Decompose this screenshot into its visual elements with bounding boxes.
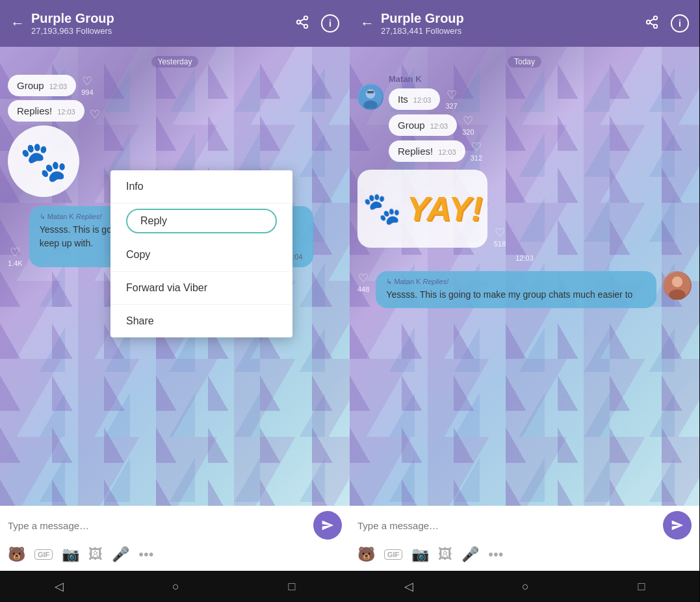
- right-bubble-its[interactable]: Its 12:03: [389, 88, 440, 110]
- left-send-button[interactable]: [313, 511, 342, 540]
- right-sender-messages: Matan K Its 12:03 ♡ 327: [389, 74, 458, 110]
- left-heart-icon-reply: ♡: [10, 245, 20, 259]
- left-camera-icon[interactable]: 📷: [62, 546, 79, 563]
- left-nav-recent[interactable]: □: [288, 580, 295, 594]
- svg-point-16: [669, 289, 685, 300]
- left-bubble-replies[interactable]: Replies! 12:03: [8, 100, 84, 122]
- left-heart-2[interactable]: ♡: [90, 107, 100, 122]
- right-input-area: 🐻 GIF 📷 🖼 🎤 •••: [350, 506, 699, 571]
- left-heart-icon-2: ♡: [90, 107, 100, 122]
- right-toolbar: 🐻 GIF 📷 🖼 🎤 •••: [357, 543, 692, 566]
- svg-line-9: [650, 18, 654, 21]
- right-back-button[interactable]: ←: [360, 15, 374, 32]
- left-heart-count-reply: 1.4K: [8, 259, 23, 267]
- context-menu-forward[interactable]: Forward via Viber: [110, 272, 292, 305]
- right-sender-row: Matan K Its 12:03 ♡ 327: [357, 74, 692, 110]
- left-sticker: 🐾: [8, 125, 79, 197]
- right-date-label: Today: [508, 56, 541, 68]
- right-group-title: Purple Group: [381, 11, 638, 26]
- left-sticker-icon[interactable]: 🐻: [8, 546, 25, 563]
- right-yay-text: YAY!: [407, 189, 483, 228]
- right-msg-row-its: Its 12:03 ♡ 327: [389, 88, 458, 110]
- right-nav-home[interactable]: ○: [522, 580, 529, 594]
- right-more-icon[interactable]: •••: [488, 546, 503, 563]
- left-gallery-icon[interactable]: 🖼: [88, 546, 103, 563]
- right-reply-text: Yessss. This is going to make my group c…: [386, 288, 646, 302]
- right-heart-icon-reply: ♡: [358, 271, 369, 285]
- context-menu-reply[interactable]: Reply: [126, 209, 277, 233]
- left-share-icon[interactable]: [295, 15, 309, 33]
- right-heart-sticker[interactable]: ♡ 518: [494, 226, 506, 248]
- right-reply-msg[interactable]: ↳ Matan K Replies! Yessss. This is going…: [376, 271, 656, 308]
- left-msg-row-1: Group 12:03 ♡ 994: [8, 74, 342, 96]
- right-panel: ← Purple Group 27,183,441 Followers i To…: [350, 0, 699, 602]
- left-chat-area: Yesterday Group 12:03 ♡ 994 Replies! 12:…: [0, 47, 350, 506]
- right-heart-count-its: 327: [445, 102, 457, 110]
- left-back-button[interactable]: ←: [10, 15, 25, 32]
- right-info-icon[interactable]: i: [671, 14, 689, 33]
- left-gif-icon[interactable]: GIF: [34, 549, 53, 560]
- right-bubble-group[interactable]: Group 12:03: [389, 114, 457, 136]
- left-msg-row-2: Replies! 12:03 ♡: [8, 100, 342, 122]
- right-gif-icon[interactable]: GIF: [384, 549, 402, 560]
- right-heart-count-sticker: 518: [494, 240, 506, 248]
- left-more-icon[interactable]: •••: [138, 546, 153, 563]
- right-sticker-animal: 🐾: [363, 190, 402, 227]
- right-followers-count: 27,183,441 Followers: [381, 26, 638, 36]
- left-heart-icon-1: ♡: [82, 74, 92, 88]
- right-nav-bar: ◁ ○ □: [350, 571, 699, 602]
- right-heart-its[interactable]: ♡ 327: [445, 88, 457, 110]
- right-sticker-time: 12:03: [357, 254, 692, 262]
- context-menu-share[interactable]: Share: [110, 305, 292, 337]
- right-gallery-icon[interactable]: 🖼: [438, 546, 452, 563]
- right-bubble-replies[interactable]: Replies! 12:03: [389, 140, 465, 162]
- left-msg-text-1: Group: [17, 80, 44, 91]
- svg-line-3: [300, 23, 304, 25]
- left-nav-home[interactable]: ○: [172, 580, 179, 594]
- context-menu-info[interactable]: Info: [110, 170, 292, 203]
- left-date-label: Yesterday: [151, 56, 199, 68]
- right-heart-replies[interactable]: ♡ 312: [471, 140, 482, 162]
- right-msg-time-replies: 12:03: [438, 148, 456, 156]
- left-msg-text-2: Replies!: [17, 105, 52, 116]
- right-camera-icon[interactable]: 📷: [411, 546, 429, 563]
- left-msg-time-2: 12:03: [57, 108, 75, 116]
- left-heart-reply[interactable]: ♡ 1.4K: [8, 245, 23, 267]
- right-heart-count-replies: 312: [471, 154, 482, 162]
- context-menu-reply-wrapper: Reply: [110, 203, 292, 239]
- right-sticker-icon[interactable]: 🐻: [357, 546, 375, 563]
- context-menu: Info Reply Copy Forward via Viber Share: [110, 170, 292, 337]
- right-msg-time-its: 12:03: [413, 96, 432, 104]
- right-audio-icon[interactable]: 🎤: [461, 546, 479, 563]
- left-group-title: Purple Group: [31, 11, 289, 26]
- left-info-icon[interactable]: i: [321, 14, 339, 33]
- right-send-button[interactable]: [663, 511, 692, 540]
- right-msg-text-replies: Replies!: [398, 146, 433, 157]
- right-heart-group[interactable]: ♡ 320: [462, 114, 474, 136]
- left-nav-bar: ◁ ○ □: [0, 571, 350, 602]
- left-header-info: Purple Group 27,193,963 Followers: [31, 11, 289, 36]
- right-yay-sticker: 🐾 YAY!: [357, 170, 487, 248]
- context-menu-copy[interactable]: Copy: [110, 239, 292, 272]
- right-msg-text-its: Its: [398, 94, 408, 105]
- left-message-input[interactable]: [8, 520, 308, 531]
- left-nav-back[interactable]: ◁: [55, 579, 64, 594]
- right-heart-count-reply: 448: [357, 285, 369, 293]
- right-msg-time-group: 12:03: [430, 122, 448, 130]
- right-msg-text-group: Group: [398, 120, 425, 131]
- svg-rect-13: [367, 91, 374, 94]
- right-message-input[interactable]: [357, 520, 658, 531]
- right-nav-back[interactable]: ◁: [404, 579, 413, 594]
- left-header-icons: i: [295, 14, 339, 33]
- right-heart-icon-group: ♡: [463, 114, 473, 128]
- right-share-icon[interactable]: [645, 15, 659, 33]
- left-heart-1[interactable]: ♡ 994: [81, 74, 93, 96]
- left-audio-icon[interactable]: 🎤: [112, 546, 129, 563]
- right-input-row: [357, 511, 692, 540]
- left-heart-count-1: 994: [81, 88, 93, 96]
- right-avatar: [357, 84, 383, 110]
- right-nav-recent[interactable]: □: [638, 580, 645, 594]
- left-bubble-group[interactable]: Group 12:03: [8, 75, 76, 96]
- right-reply-indicator: ↳ Matan K Replies!: [386, 278, 646, 286]
- right-heart-reply[interactable]: ♡ 448: [357, 271, 369, 293]
